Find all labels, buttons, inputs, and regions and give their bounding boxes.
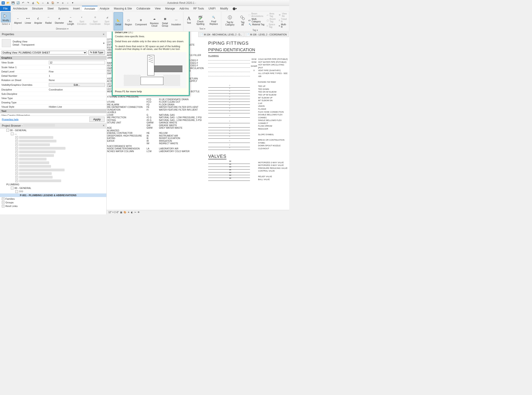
property-row[interactable]: Rotation on SheetNone <box>0 78 106 82</box>
tree-item[interactable]: + <box>0 139 106 143</box>
view-reference-button[interactable]: 👁View Re <box>278 12 288 18</box>
text-button[interactable]: A Text <box>184 12 193 27</box>
property-row[interactable]: Sub-Discipline <box>0 92 106 96</box>
tab-systems[interactable]: Systems <box>56 6 71 11</box>
tree-toggle-icon[interactable]: + <box>15 176 18 179</box>
project-browser-tree[interactable]: -00 - GENERAL----+++++++++++++PLUMBING-0… <box>0 128 106 214</box>
tread-number-button[interactable]: #Tread N <box>278 18 288 23</box>
finish-icon[interactable]: ⬤▾ <box>230 6 239 11</box>
shadows-icon[interactable]: ◐ <box>131 211 133 214</box>
tree-item[interactable]: +Revit Links <box>0 204 106 208</box>
tree-item[interactable]: + <box>0 179 106 183</box>
property-row[interactable]: View Scale <box>0 60 106 65</box>
tab-rftools[interactable]: RF Tools <box>191 6 206 11</box>
tab-structure[interactable]: Structure <box>30 6 45 11</box>
tree-item[interactable]: + <box>0 165 106 168</box>
tree-item[interactable]: + <box>0 168 106 172</box>
edit-type-button[interactable]: ✎ Edit Type <box>88 50 105 55</box>
tree-item[interactable]: -00 - GENERAL <box>0 186 106 190</box>
tab-addins[interactable]: Add-Ins <box>177 6 191 11</box>
multi-rebar-button[interactable]: ≡Multi- R <box>278 23 288 28</box>
property-row[interactable]: View Type <box>0 96 106 100</box>
revit-icon[interactable]: R <box>1 1 6 5</box>
tree-item[interactable]: + <box>0 175 106 179</box>
text-icon[interactable]: A <box>46 1 50 5</box>
visual-style-icon[interactable]: 🎨 <box>123 211 126 214</box>
property-row[interactable]: Scale Value 1:1 <box>0 65 106 70</box>
insulation-button[interactable]: 〰Insulation <box>170 12 183 30</box>
drawing-canvas[interactable]: 📄M-104 - MECHANICAL LEVEL 2 - D... 📄M-10… <box>107 32 289 214</box>
property-input[interactable] <box>49 61 105 64</box>
tree-toggle-icon[interactable]: + <box>15 147 18 150</box>
select-group-label[interactable]: Select ▾ <box>1 22 11 26</box>
tab-view[interactable]: View <box>153 6 163 11</box>
multi-category-button[interactable]: 🏷Multi-Category <box>248 18 265 23</box>
view-tab[interactable]: 📄M-104 - MECHANICAL LEVEL 2 - D... <box>198 32 244 37</box>
chevron-down-icon[interactable]: ▾ <box>103 42 105 45</box>
tree-toggle-icon[interactable]: + <box>15 136 18 139</box>
edit-button[interactable]: Edit... <box>49 83 105 87</box>
region-button[interactable]: ▢Region <box>123 12 133 30</box>
room-tag-button[interactable]: ▢Room Tag <box>266 18 277 23</box>
find-replace-button[interactable]: 🔍 Find/ Replace <box>207 12 220 27</box>
crop-icon[interactable]: ✂ <box>134 211 136 214</box>
instance-selector[interactable]: Drafting View: PLUMBING COVER SHEET <box>1 51 87 55</box>
property-row[interactable]: View Creator Abbreviation <box>0 113 106 115</box>
apply-button[interactable]: Apply <box>89 117 105 122</box>
tree-item[interactable]: + <box>0 143 106 147</box>
tree-toggle-icon[interactable]: + <box>15 140 18 143</box>
tab-steel[interactable]: Steel <box>45 6 56 11</box>
property-row[interactable]: DisciplineCoordination <box>0 88 106 92</box>
tree-item[interactable]: + <box>0 172 106 175</box>
tree-item[interactable]: + <box>0 154 106 157</box>
tree-item[interactable]: PLUMBING <box>0 183 106 186</box>
tree-toggle-icon[interactable]: - <box>15 190 18 193</box>
tab-analyze[interactable]: Analyze <box>98 6 112 11</box>
tree-item[interactable]: -??? <box>0 190 106 193</box>
tree-toggle-icon[interactable]: - <box>6 129 9 132</box>
tab-modify[interactable]: Modify <box>218 6 230 11</box>
area-tag-button[interactable]: ▱Area Tag <box>266 12 277 18</box>
3d-icon[interactable]: 🏠 <box>50 1 55 5</box>
properties-help-link[interactable]: Properties help <box>2 118 88 121</box>
tree-toggle-icon[interactable]: - <box>11 187 14 189</box>
tab-massingsite[interactable]: Massing & Site <box>111 6 134 11</box>
tab-architecture[interactable]: Architecture <box>11 6 30 11</box>
space-tag-button[interactable]: ◊Space Tag <box>266 23 277 28</box>
tab-collaborate[interactable]: Collaborate <box>134 6 152 11</box>
view-tab[interactable]: 📄M-106 - LEVEL 2 - COORDINATION <box>244 32 289 37</box>
radial-button[interactable]: ⌒Radial <box>44 12 53 27</box>
tree-toggle-icon[interactable]: + <box>15 143 18 146</box>
redo-icon[interactable]: ↷ <box>26 1 30 5</box>
angular-button[interactable]: ∠Angular <box>33 12 43 27</box>
tree-item[interactable]: P-001 - PLUMBING LEGEND & ABBREVIATIONS <box>0 193 106 197</box>
tree-toggle-icon[interactable]: + <box>2 201 5 204</box>
tag-group-label[interactable]: Tag ▾ <box>222 28 288 32</box>
tree-toggle-icon[interactable]: + <box>2 198 5 200</box>
tree-item[interactable]: + <box>0 136 106 139</box>
thin-lines-icon[interactable]: ≡ <box>61 1 65 5</box>
revision-cloud-button[interactable]: ☁RevisionCloud <box>149 12 160 30</box>
graphics-category[interactable]: Graphics <box>0 56 106 60</box>
view-control-bar[interactable]: 12" = 1'-0" ▦ 🎨 ☀ ◐ ✂ 👁 <box>107 210 289 214</box>
property-row[interactable]: Detail Number1 <box>0 74 106 78</box>
property-row[interactable]: Drawing Type <box>0 100 106 105</box>
close-views-icon[interactable]: ▫ <box>66 1 70 5</box>
arc-length-button[interactable]: ⌢ArcLength <box>66 12 75 27</box>
close-icon[interactable]: × <box>103 33 105 36</box>
tree-item[interactable]: +Groups <box>0 201 106 204</box>
detail-button[interactable]: 📐Detail <box>114 12 123 30</box>
detail-group-button[interactable]: ▦DetailGroup <box>161 12 170 30</box>
tree-item[interactable]: ---- <box>0 132 106 136</box>
tree-toggle-icon[interactable]: + <box>15 172 18 175</box>
tab-manage[interactable]: Manage <box>163 6 177 11</box>
scale-label[interactable]: 12" = 1'-0" <box>108 211 119 214</box>
dimension-group-label[interactable]: Dimension ▾ <box>13 27 111 30</box>
tag-by-category-button[interactable]: 1 Tag by Category <box>222 12 238 28</box>
file-menu[interactable]: File <box>0 6 11 11</box>
material-tag-button[interactable]: 🔧Material Tag <box>248 23 265 26</box>
close-icon[interactable]: × <box>103 124 105 127</box>
tree-toggle-icon[interactable]: - <box>11 132 14 135</box>
measure-icon[interactable]: 📏 <box>36 1 40 5</box>
property-row[interactable]: Detail LevelFine <box>0 70 106 74</box>
